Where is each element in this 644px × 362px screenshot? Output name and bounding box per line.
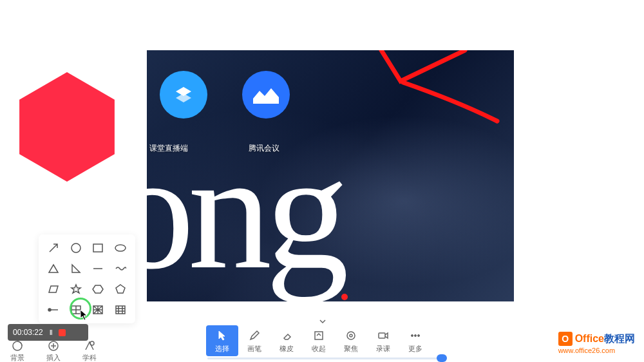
focus-icon (345, 329, 357, 342)
watermark-brand: Office教程网 (575, 332, 635, 346)
large-text-overlay: ong (147, 115, 343, 301)
shape-star-icon[interactable] (66, 282, 86, 296)
classroom-live-icon (160, 71, 207, 119)
bottom-left-tools: 背景 插入 学科 (10, 340, 97, 362)
select-tool-button[interactable]: 选择 (206, 325, 238, 356)
toolbar-slider-track (207, 357, 446, 359)
chevron-down-icon[interactable] (318, 317, 327, 326)
eraser-icon (280, 329, 293, 342)
tools-icon (84, 340, 95, 352)
plus-circle-icon (48, 340, 59, 352)
shape-right-triangle-icon[interactable] (66, 262, 86, 276)
pen-tool-button[interactable]: 画笔 (238, 325, 270, 356)
eraser-tool-button[interactable]: 橡皮 (270, 325, 303, 356)
collapse-icon (312, 329, 325, 342)
recording-timer: 00:03:22 II (8, 324, 88, 341)
shape-parallelogram-icon[interactable] (44, 282, 63, 296)
svg-rect-7 (116, 306, 125, 314)
watermark-logo-icon: O (558, 332, 573, 346)
toolbar-slider-handle[interactable] (437, 354, 447, 362)
shape-grid2-icon[interactable] (66, 303, 86, 317)
more-icon (409, 329, 422, 342)
background-label: 背景 (10, 353, 24, 362)
focus-label: 聚焦 (344, 344, 358, 354)
record-icon (377, 329, 390, 342)
more-tool-button[interactable]: 更多 (399, 325, 431, 356)
shape-hexagon-icon[interactable] (88, 282, 108, 296)
palette-icon (12, 340, 23, 352)
red-hexagon-shape[interactable] (19, 72, 115, 182)
presentation-canvas[interactable]: 课堂直播端 腾讯会议 ong (147, 50, 514, 301)
watermark-url: www.office26.com (558, 347, 635, 354)
insert-label: 插入 (46, 353, 61, 362)
svg-rect-14 (379, 333, 385, 338)
more-label: 更多 (408, 344, 422, 354)
red-annotation-stroke (375, 50, 514, 128)
svg-point-1 (71, 243, 80, 252)
svg-rect-2 (93, 244, 102, 252)
shape-triangle-icon[interactable] (44, 262, 63, 276)
shape-line-endpoint-icon[interactable] (44, 303, 63, 317)
svg-point-13 (350, 334, 352, 337)
shape-circle-icon[interactable] (66, 241, 86, 255)
tencent-meeting-icon (242, 71, 290, 119)
shape-arrow-icon[interactable] (44, 241, 63, 255)
shape-square-icon[interactable] (88, 241, 108, 255)
shape-line-icon[interactable] (88, 262, 108, 276)
select-label: 选择 (215, 344, 229, 354)
record-label: 录课 (376, 344, 390, 354)
record-tool-button[interactable]: 录课 (367, 325, 399, 356)
subject-label: 学科 (82, 353, 97, 362)
main-toolbar: 选择 画笔 橡皮 收起 聚焦 录课 更多 (206, 325, 431, 356)
svg-marker-0 (19, 72, 115, 182)
background-button[interactable]: 背景 (10, 340, 24, 362)
timer-value: 00:03:22 (13, 328, 43, 337)
eraser-label: 橡皮 (279, 344, 294, 354)
shape-grid3-icon[interactable] (111, 303, 130, 317)
collapse-tool-button[interactable]: 收起 (303, 325, 335, 356)
collapse-label: 收起 (312, 344, 326, 354)
shape-grid4-icon[interactable] (88, 303, 108, 317)
shape-ellipse-icon[interactable] (111, 241, 130, 255)
shape-pentagon-icon[interactable] (111, 282, 130, 296)
svg-point-12 (347, 332, 355, 339)
watermark: O Office教程网 www.office26.com (558, 332, 635, 354)
cursor-icon (216, 329, 229, 342)
pen-label: 画笔 (247, 344, 261, 354)
svg-point-16 (415, 335, 417, 337)
stop-icon[interactable] (59, 329, 66, 336)
subject-button[interactable]: 学科 (82, 340, 97, 362)
shape-palette-panel (39, 234, 135, 323)
svg-point-17 (418, 335, 420, 337)
focus-tool-button[interactable]: 聚焦 (335, 325, 367, 356)
pause-icon[interactable]: II (50, 329, 52, 336)
insert-button[interactable]: 插入 (46, 340, 61, 362)
svg-point-3 (115, 245, 126, 251)
shape-wave-icon[interactable] (111, 262, 130, 276)
svg-rect-11 (315, 332, 323, 339)
svg-point-15 (412, 335, 413, 337)
svg-point-10 (90, 341, 94, 345)
svg-point-4 (48, 309, 51, 311)
pen-icon (248, 329, 261, 342)
